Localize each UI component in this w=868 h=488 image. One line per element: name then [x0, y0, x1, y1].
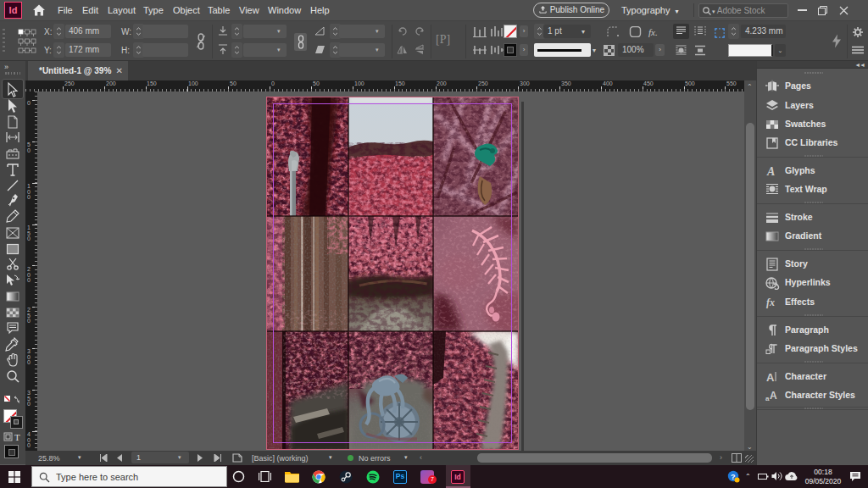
svg-text:fx: fx	[766, 297, 775, 308]
svg-text:A: A	[766, 165, 775, 178]
svg-text:A: A	[766, 371, 775, 384]
svg-text:A: A	[770, 390, 777, 402]
svg-text:T: T	[14, 432, 20, 442]
svg-text:a: a	[765, 395, 770, 402]
